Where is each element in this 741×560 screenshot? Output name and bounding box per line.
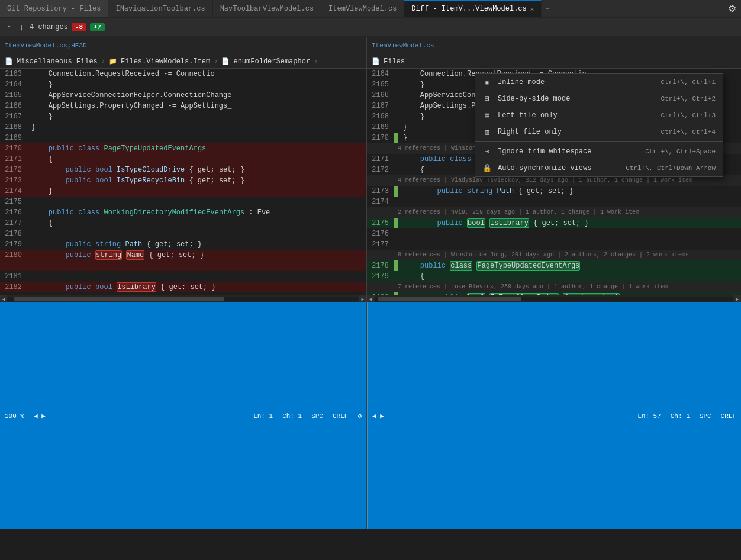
menu-left-only[interactable]: ▤ Left file only Ctrl+\, Ctrl+3	[475, 107, 723, 124]
left-only-shortcut: Ctrl+\, Ctrl+3	[661, 112, 716, 119]
right-status-bar: ◀ ▶ Ln: 57 Ch: 1 SPC CRLF	[367, 302, 741, 529]
menu-auto-sync[interactable]: 🔒 Auto-synchronize views Ctrl+\, Ctrl+Do…	[475, 160, 723, 176]
table-row: 2180 public string Name { get; set; }	[0, 250, 366, 260]
inline-mode-icon: ▣	[482, 78, 492, 87]
table-row: 2180 public bool IsTypeCloudDrive { get;…	[367, 292, 741, 295]
right-bc-files[interactable]: Files	[384, 57, 405, 66]
table-row: 2181	[0, 271, 366, 282]
tab-navtoolbar[interactable]: NavToolbarViewModel.cs	[213, 0, 321, 18]
toolbar: ↑ ↓ 4 changes -8 +7	[0, 18, 741, 37]
right-scroll-right[interactable]: ▶	[734, 295, 741, 302]
right-col: Ch: 1	[671, 413, 690, 420]
additions-badge: +7	[90, 23, 105, 31]
right-only-icon: ▥	[482, 127, 492, 137]
navigate-up-button[interactable]: ↑	[5, 21, 14, 33]
left-editor-pane: ItemViewModel.cs;HEAD 📄 Miscellaneous Fi…	[0, 37, 367, 529]
table-row: 2176	[367, 228, 741, 239]
table-row: 2169	[0, 133, 366, 143]
menu-right-only[interactable]: ▥ Right file only Ctrl+\, Ctrl+4	[475, 124, 723, 140]
left-settings-icon[interactable]: ⚙	[357, 412, 362, 420]
context-menu: ▣ Inline mode Ctrl+\, Ctrl+1 ⊞ Side-by-s…	[475, 73, 723, 177]
left-file-header: ItemViewModel.cs;HEAD	[0, 37, 366, 54]
trim-ws-shortcut: Ctrl+\, Ctrl+Space	[645, 148, 716, 155]
left-scroll-left[interactable]: ◀	[0, 295, 7, 302]
ref-info-2180: 7 references | Luke Blevins, 258 days ag…	[367, 282, 741, 292]
right-hscroll[interactable]: ◀ ▶	[367, 295, 741, 302]
menu-trim-ws[interactable]: ⊸ Ignore trim whitespace Ctrl+\, Ctrl+Sp…	[475, 143, 723, 160]
inline-mode-label: Inline mode	[498, 78, 655, 86]
right-encoding: SPC	[700, 413, 711, 420]
table-row	[0, 292, 366, 295]
left-zoom[interactable]: 100 %	[5, 413, 24, 420]
trim-ws-icon: ⊸	[482, 147, 492, 156]
left-bc-miscfiles[interactable]: Miscellaneous Files	[17, 57, 98, 66]
right-scroll-left[interactable]: ◀	[367, 295, 374, 302]
ref-info-2175: 2 references | nvi9, 219 days ago | 1 au…	[367, 207, 741, 218]
table-row: 2168 }	[0, 122, 366, 133]
navigate-down-button[interactable]: ↓	[17, 21, 26, 33]
table-row: 2166 AppSettings.PropertyChanged -= AppS…	[0, 101, 366, 111]
right-bc-icon1: 📄	[372, 57, 380, 65]
table-row: 2178	[0, 228, 366, 239]
left-encoding: SPC	[311, 413, 323, 420]
left-code-table: 2163 Connection.RequestReceived -= Conne…	[0, 69, 366, 295]
left-hscroll[interactable]: ◀ ▶	[0, 295, 366, 302]
table-row: 2167 }	[0, 111, 366, 122]
settings-button[interactable]: ⚙	[723, 1, 741, 17]
table-row: 2165 AppServiceConnectionHelper.Connecti…	[0, 90, 366, 101]
auto-sync-icon: 🔒	[482, 163, 492, 173]
auto-sync-shortcut: Ctrl+\, Ctrl+Down Arrow	[626, 165, 716, 172]
menu-inline-mode[interactable]: ▣ Inline mode Ctrl+\, Ctrl+1	[475, 74, 723, 91]
table-row: 2 references | nvi9, 219 days ago | 1 au…	[367, 207, 741, 218]
left-status-bar: 100 % ◀ ▶ Ln: 1 Ch: 1 SPC CRLF ⚙	[0, 302, 366, 529]
right-hscroll-thumb	[378, 297, 521, 301]
left-bc-filesvm[interactable]: Files.ViewModels.Item	[121, 57, 210, 66]
table-row: 2175 public bool IsLibrary { get; set; }	[367, 218, 741, 228]
tab-git-repo[interactable]: Git Repository - Files	[0, 0, 108, 18]
table-row: 2174	[367, 197, 741, 207]
tab-inavbar[interactable]: INavigationToolbar.cs	[108, 0, 212, 18]
table-row: 2176 public class WorkingDirectoryModifi…	[0, 207, 366, 218]
left-file-label: ItemViewModel.cs;HEAD	[5, 42, 87, 49]
left-scroll-right[interactable]: ▶	[359, 295, 366, 302]
left-hscroll-thumb	[14, 297, 224, 301]
table-row: 2172 public bool IsTypeCloudDrive { get;…	[0, 165, 366, 175]
trim-ws-label: Ignore trim whitespace	[498, 147, 639, 156]
tab-git-repo-label: Git Repository - Files	[7, 5, 101, 13]
tab-itemviewmodel-label: ItemViewModel.cs	[328, 5, 397, 13]
tab-diff-label: Diff - ItemV...ViewModel.cs	[411, 5, 526, 13]
right-nav-arrows[interactable]: ◀ ▶	[372, 412, 384, 420]
left-code-area[interactable]: 2163 Connection.RequestReceived -= Conne…	[0, 69, 366, 295]
right-only-shortcut: Ctrl+\, Ctrl+4	[661, 128, 716, 136]
left-bc-enum[interactable]: enumFolderSemaphor	[233, 57, 310, 66]
changes-count: 4 changes	[30, 23, 68, 31]
tab-itemviewmodel[interactable]: ItemViewModel.cs	[321, 0, 404, 18]
tab-navtoolbar-label: NavToolbarViewModel.cs	[220, 5, 314, 13]
table-row: 2173 public bool IsTypeRecycleBin { get;…	[0, 175, 366, 186]
table-row	[0, 260, 366, 271]
table-row: 2177	[367, 239, 741, 250]
auto-sync-label: Auto-synchronize views	[498, 164, 620, 172]
side-by-side-shortcut: Ctrl+\, Ctrl+2	[661, 95, 716, 102]
tab-diff-close[interactable]: ✕	[530, 5, 534, 13]
left-code-scroll[interactable]: 2163 Connection.RequestReceived -= Conne…	[0, 69, 366, 295]
menu-side-by-side[interactable]: ⊞ Side-by-side mode Ctrl+\, Ctrl+2	[475, 91, 723, 107]
table-row: 2170 public class PageTypeUpdatedEventAr…	[0, 143, 366, 154]
tab-overflow-btn[interactable]: ⋯	[542, 0, 553, 18]
table-row: 2164 }	[0, 79, 366, 90]
table-row: 2178 public class PageTypeUpdatedEventAr…	[367, 260, 741, 271]
table-row: 2175	[0, 197, 366, 207]
left-nav-arrows[interactable]: ◀ ▶	[34, 412, 46, 420]
deletions-badge: -8	[72, 23, 86, 31]
table-row: 2174 }	[0, 186, 366, 197]
right-file-label: ItemViewModel.cs	[372, 42, 434, 49]
ref-info-2178: 8 references | Winston de Jong, 201 days…	[367, 250, 741, 260]
left-bc-icon2: 📁	[109, 57, 117, 65]
left-col: Ch: 1	[282, 413, 302, 420]
right-editor-pane: ItemViewModel.cs 📄 Files 2164 Connection…	[367, 37, 741, 529]
left-position: Ln: 1	[253, 413, 273, 420]
left-line-ending: CRLF	[333, 413, 348, 420]
tab-diff[interactable]: Diff - ItemV...ViewModel.cs ✕	[404, 0, 542, 18]
table-row: 2179 public string Path { get; set; }	[0, 239, 366, 250]
left-only-label: Left file only	[498, 111, 655, 120]
